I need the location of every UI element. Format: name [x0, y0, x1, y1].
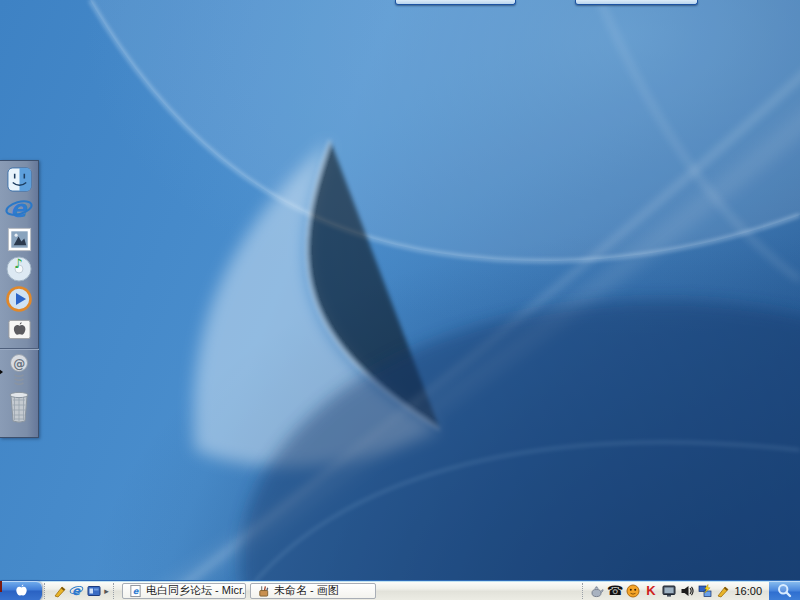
blue-app-icon — [87, 584, 101, 598]
dock: e ♪ — [0, 160, 39, 438]
dock-item-finder[interactable] — [3, 164, 35, 194]
quick-launch-blue-app[interactable] — [85, 583, 102, 599]
photo-stamp-icon — [6, 226, 33, 253]
magnifier-icon — [777, 583, 792, 598]
music-note-glyph: ♪ — [14, 256, 22, 271]
apple-box-icon — [6, 316, 33, 343]
taskbar: e ▸ e 电白同乡论坛 - Micr... — [0, 580, 800, 600]
desktop: e ♪ — [0, 0, 800, 600]
ie-page-icon: e — [129, 584, 142, 598]
wallpaper-curves — [0, 0, 800, 600]
paint-icon — [257, 584, 270, 598]
taskbar-button-label: 未命名 - 画图 — [274, 583, 339, 598]
ie-icon: e — [4, 194, 34, 224]
apple-logo-icon — [14, 583, 29, 598]
trash-mesh-icon — [5, 388, 33, 426]
partial-dialog-button-right[interactable] — [575, 0, 698, 5]
ie-letter: e — [10, 195, 28, 223]
media-player-icon — [5, 285, 33, 313]
dock-item-internet-explorer[interactable]: e — [3, 194, 35, 224]
taskbar-edge-artifact — [0, 581, 2, 592]
kettle-icon[interactable] — [589, 583, 604, 598]
dock-item-media-player[interactable] — [3, 284, 35, 314]
tray-separator — [582, 583, 587, 599]
taskbar-button-forum[interactable]: e 电白同乡论坛 - Micr... — [122, 583, 246, 599]
network-bolt-icon[interactable] — [697, 583, 712, 598]
monitor-icon[interactable] — [661, 583, 676, 598]
at-sign-glyph: @ — [13, 357, 25, 371]
dock-item-photos[interactable] — [3, 224, 35, 254]
quick-launch-separator — [44, 583, 49, 599]
start-button[interactable] — [0, 581, 42, 600]
quick-launch-gold-brush[interactable] — [51, 583, 68, 599]
ie-icon: e — [69, 583, 84, 598]
gold-brush-icon — [53, 584, 67, 598]
quick-launch-internet-explorer[interactable]: e — [68, 583, 85, 599]
quick-launch-overflow-chevron[interactable]: ▸ — [102, 586, 111, 596]
volume-icon[interactable] — [679, 583, 694, 598]
search-button[interactable] — [769, 581, 800, 600]
partial-dialog-button-left[interactable] — [395, 0, 516, 5]
dock-item-apple-box[interactable] — [3, 314, 35, 344]
system-tray: ☎ K — [589, 583, 730, 598]
finder-icon — [6, 166, 33, 193]
phone-icon[interactable]: ☎ — [607, 583, 622, 598]
k-icon[interactable]: K — [643, 583, 658, 598]
task-area-separator — [113, 583, 118, 599]
mail-at-spring-icon: @ — [5, 353, 33, 387]
gold-brush-icon[interactable] — [715, 583, 730, 598]
dock-item-trash[interactable] — [3, 387, 35, 427]
itunes-cd-icon: ♪ — [5, 255, 33, 283]
taskbar-button-paint[interactable]: 未命名 - 画图 — [250, 583, 376, 599]
dock-item-mail[interactable]: @ — [3, 353, 35, 387]
qq-face-icon[interactable] — [625, 583, 640, 598]
dock-item-itunes[interactable]: ♪ — [3, 254, 35, 284]
tray-clock[interactable]: 16:00 — [730, 585, 768, 597]
taskbar-button-label: 电白同乡论坛 - Micr... — [146, 583, 246, 598]
dock-separator — [0, 348, 39, 350]
